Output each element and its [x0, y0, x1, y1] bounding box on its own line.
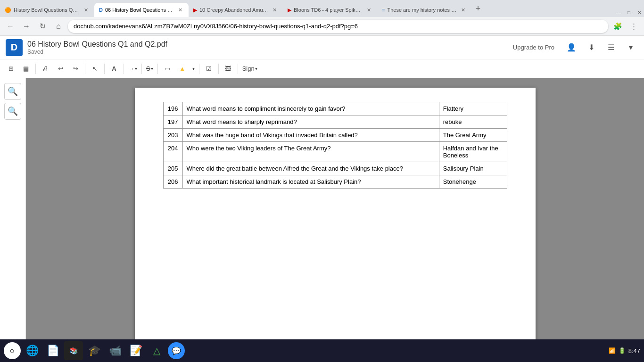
undo-button[interactable]: ↩	[53, 62, 67, 75]
taskbar-classroom[interactable]: 🎓	[85, 341, 104, 360]
tab-2-favicon: D	[99, 7, 103, 13]
row-203-answer: The Great Army	[439, 129, 507, 142]
apps-grid-button[interactable]: ⊞	[4, 62, 18, 75]
address-bar-row: ← → ↻ ⌂ 🧩 ⋮	[0, 17, 644, 36]
browser-frame: 🟠 History Bowl Questions Q1 and ... ✕ D …	[0, 0, 644, 362]
taskbar-zoom[interactable]: 💬	[168, 342, 185, 359]
row-205-answer: Salisbury Plain	[439, 162, 507, 175]
row-204-num: 204	[163, 142, 182, 162]
highlight-button[interactable]: ▲	[175, 62, 190, 75]
tab-1[interactable]: 🟠 History Bowl Questions Q1 and ... ✕	[0, 3, 94, 17]
cursor-button[interactable]: ↖	[88, 62, 102, 75]
tab-1-label: History Bowl Questions Q1 and ...	[14, 7, 80, 13]
row-196-num: 196	[163, 102, 182, 115]
questions-table: 196 What word means to compliment insinc…	[163, 102, 507, 189]
image-button[interactable]: 🖼	[221, 62, 235, 75]
row-204-question: Who were the two Viking leaders of The G…	[182, 142, 439, 162]
strikethrough-dropdown[interactable]: S▾	[144, 64, 155, 73]
row-196-answer: Flattery	[439, 102, 507, 115]
table-row: 203 What was the huge band of Vikings th…	[163, 129, 507, 142]
dochub-document-title: 06 History Bowl Questions Q1 and Q2.pdf	[27, 40, 167, 49]
account-icon[interactable]: 👤	[564, 40, 579, 55]
row-197-question: What word means to sharply reprimand?	[182, 115, 439, 129]
start-button[interactable]: ○	[4, 342, 21, 359]
tab-1-close[interactable]: ✕	[82, 6, 90, 14]
upgrade-button[interactable]: Upgrade to Pro	[508, 41, 559, 54]
pdf-sidebar: 🔍 🔍	[0, 78, 26, 339]
tab-4-favicon: ▶	[288, 7, 291, 13]
home-button[interactable]: ⌂	[52, 20, 65, 33]
pdf-page: 196 What word means to compliment insinc…	[135, 88, 536, 339]
pdf-viewer[interactable]: 196 What word means to compliment insinc…	[26, 78, 644, 339]
taskbar-drive[interactable]: △	[147, 341, 166, 360]
window-controls: — □ ✕	[614, 8, 644, 17]
more-menu-icon[interactable]: ⋮	[627, 20, 640, 33]
tab-4-close[interactable]: ✕	[365, 6, 372, 14]
toolbar-separator-9	[238, 64, 238, 74]
tab-4-label: Bloons TD6 - 4 player Spike Fac...	[294, 7, 363, 13]
zoom-out-button[interactable]: 🔍	[4, 103, 21, 120]
tab-2-close[interactable]: ✕	[176, 6, 184, 14]
dochub-logo: D	[6, 39, 23, 56]
network-icon: 📶	[609, 347, 616, 354]
download-icon[interactable]: ⬇	[584, 40, 599, 55]
tab-3[interactable]: ▶ 10 Creepy Abandoned Amusem... ✕	[189, 3, 283, 17]
taskbar-time: 8:47	[628, 347, 640, 354]
row-197-num: 197	[163, 115, 182, 129]
toolbar-separator-4	[124, 64, 124, 74]
text-button[interactable]: A	[107, 62, 121, 75]
extensions-icon[interactable]: 🧩	[611, 20, 624, 33]
row-203-question: What was the huge band of Vikings that i…	[182, 129, 439, 142]
address-input[interactable]	[68, 20, 608, 33]
row-196-question: What word means to compliment insincerel…	[182, 102, 439, 115]
taskbar-notes[interactable]: 📝	[126, 341, 145, 360]
arrow-dropdown[interactable]: →▾	[126, 64, 139, 73]
pages-button[interactable]: ▤	[19, 62, 33, 75]
row-197-answer: rebuke	[439, 115, 507, 129]
menu-icon[interactable]: ☰	[603, 40, 619, 55]
expand-icon[interactable]: ▾	[623, 40, 638, 55]
tab-3-favicon: ▶	[193, 7, 197, 13]
back-button[interactable]: ←	[4, 20, 17, 33]
tab-bar: 🟠 History Bowl Questions Q1 and ... ✕ D …	[0, 0, 644, 17]
taskbar-docs[interactable]: 📄	[43, 341, 62, 360]
table-row: 196 What word means to compliment insinc…	[163, 102, 507, 115]
minimize-button[interactable]: —	[614, 8, 623, 17]
toolbar-separator-5	[141, 64, 142, 74]
row-205-question: Where did the great battle between Alfre…	[182, 162, 439, 175]
tab-5-favicon: ≡	[382, 7, 385, 13]
new-tab-button[interactable]: +	[471, 2, 485, 15]
row-204-answer: Halfdan and Ivar the Boneless	[439, 142, 507, 162]
toolbar-separator-7	[199, 64, 199, 74]
comment-button[interactable]: ▭	[160, 62, 174, 75]
forward-button[interactable]: →	[20, 20, 33, 33]
taskbar-kindle[interactable]: 📚	[64, 341, 83, 360]
tab-2[interactable]: D 06 History Bowl Questions Q1 a... ✕	[94, 3, 189, 17]
taskbar: ○ 🌐 📄 📚 🎓 📹 📝 △ 💬 📶 🔋 8:47	[0, 339, 644, 362]
redo-button[interactable]: ↪	[68, 62, 83, 75]
dochub-saved-label: Saved	[27, 49, 167, 55]
tab-2-label: 06 History Bowl Questions Q1 a...	[105, 7, 174, 13]
highlight-dropdown[interactable]: ▾	[190, 65, 197, 72]
checkbox-button[interactable]: ☑	[202, 62, 216, 75]
dochub-header: D 06 History Bowl Questions Q1 and Q2.pd…	[0, 36, 644, 59]
dochub-title-group: 06 History Bowl Questions Q1 and Q2.pdf …	[27, 40, 167, 55]
zoom-in-button[interactable]: 🔍	[4, 83, 21, 100]
sign-dropdown[interactable]: Sign ▾	[240, 64, 259, 73]
tab-5-label: These are my history notes so fa...	[387, 7, 457, 13]
main-area: 🔍 🔍 196 What word means to compliment in…	[0, 78, 644, 339]
tab-5[interactable]: ≡ These are my history notes so fa... ✕	[377, 3, 471, 17]
row-206-answer: Stonehenge	[439, 175, 507, 189]
reload-button[interactable]: ↻	[36, 20, 49, 33]
tab-5-close[interactable]: ✕	[459, 6, 467, 14]
taskbar-meet[interactable]: 📹	[106, 341, 124, 360]
close-button[interactable]: ✕	[635, 8, 644, 17]
zoom-in-icon: 🔍	[8, 86, 18, 97]
tab-1-favicon: 🟠	[5, 7, 11, 13]
table-row: 197 What word means to sharply reprimand…	[163, 115, 507, 129]
maximize-button[interactable]: □	[624, 8, 634, 17]
taskbar-chrome[interactable]: 🌐	[23, 341, 41, 360]
tab-3-close[interactable]: ✕	[271, 6, 278, 14]
print-button[interactable]: 🖨	[38, 62, 52, 75]
tab-4[interactable]: ▶ Bloons TD6 - 4 player Spike Fac... ✕	[283, 3, 377, 17]
